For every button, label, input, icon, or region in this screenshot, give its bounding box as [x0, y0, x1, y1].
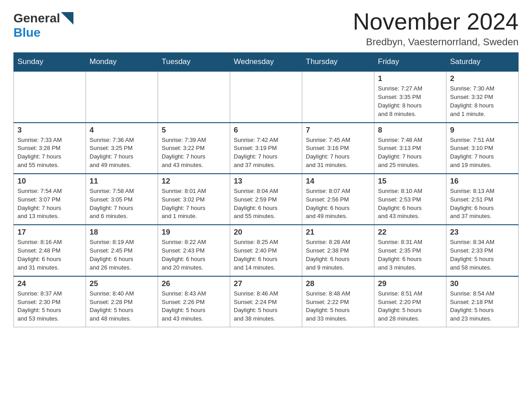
- day-info: Sunrise: 7:30 AM Sunset: 3:32 PM Dayligh…: [450, 85, 515, 118]
- day-number: 30: [450, 279, 515, 288]
- calendar-cell: 3Sunrise: 7:33 AM Sunset: 3:28 PM Daylig…: [14, 123, 86, 174]
- calendar-cell: 8Sunrise: 7:48 AM Sunset: 3:13 PM Daylig…: [374, 123, 446, 174]
- calendar-cell: 23Sunrise: 8:34 AM Sunset: 2:33 PM Dayli…: [446, 225, 519, 276]
- weekday-header-tuesday: Tuesday: [158, 53, 230, 72]
- day-number: 18: [90, 228, 154, 237]
- day-number: 19: [162, 228, 226, 237]
- week-row-5: 24Sunrise: 8:37 AM Sunset: 2:30 PM Dayli…: [14, 276, 519, 327]
- day-number: 14: [306, 177, 370, 186]
- day-number: 3: [17, 126, 82, 135]
- week-row-4: 17Sunrise: 8:16 AM Sunset: 2:48 PM Dayli…: [14, 225, 519, 276]
- calendar-cell: [230, 71, 302, 122]
- calendar-cell: 5Sunrise: 7:39 AM Sunset: 3:22 PM Daylig…: [158, 123, 230, 174]
- day-info: Sunrise: 8:43 AM Sunset: 2:26 PM Dayligh…: [162, 290, 226, 323]
- logo-arrow-icon: [61, 12, 73, 25]
- calendar-cell: 16Sunrise: 8:13 AM Sunset: 2:51 PM Dayli…: [446, 174, 519, 225]
- day-number: 13: [234, 177, 298, 186]
- calendar-cell: 7Sunrise: 7:45 AM Sunset: 3:16 PM Daylig…: [302, 123, 374, 174]
- calendar-cell: 25Sunrise: 8:40 AM Sunset: 2:28 PM Dayli…: [86, 276, 158, 327]
- weekday-header-friday: Friday: [374, 53, 446, 72]
- location-text: Bredbyn, Vaesternorrland, Sweden: [353, 36, 519, 48]
- day-info: Sunrise: 8:40 AM Sunset: 2:28 PM Dayligh…: [90, 290, 154, 323]
- calendar-cell: 19Sunrise: 8:22 AM Sunset: 2:43 PM Dayli…: [158, 225, 230, 276]
- calendar-cell: 11Sunrise: 7:58 AM Sunset: 3:05 PM Dayli…: [86, 174, 158, 225]
- calendar-cell: 12Sunrise: 8:01 AM Sunset: 3:02 PM Dayli…: [158, 174, 230, 225]
- day-info: Sunrise: 8:10 AM Sunset: 2:53 PM Dayligh…: [378, 187, 442, 221]
- calendar-cell: 29Sunrise: 8:51 AM Sunset: 2:20 PM Dayli…: [374, 276, 446, 327]
- day-info: Sunrise: 8:07 AM Sunset: 2:56 PM Dayligh…: [306, 187, 370, 221]
- day-number: 1: [378, 74, 442, 83]
- day-number: 17: [17, 228, 82, 237]
- day-number: 8: [378, 126, 442, 135]
- day-number: 15: [378, 177, 442, 186]
- day-number: 29: [378, 279, 442, 288]
- svg-marker-0: [61, 12, 73, 25]
- day-number: 26: [162, 279, 226, 288]
- day-info: Sunrise: 7:27 AM Sunset: 3:35 PM Dayligh…: [378, 85, 442, 118]
- calendar-cell: 2Sunrise: 7:30 AM Sunset: 3:32 PM Daylig…: [446, 71, 519, 122]
- calendar-cell: 21Sunrise: 8:28 AM Sunset: 2:38 PM Dayli…: [302, 225, 374, 276]
- day-number: 23: [450, 228, 515, 237]
- week-row-2: 3Sunrise: 7:33 AM Sunset: 3:28 PM Daylig…: [14, 123, 519, 174]
- calendar-cell: 9Sunrise: 7:51 AM Sunset: 3:10 PM Daylig…: [446, 123, 519, 174]
- day-info: Sunrise: 8:25 AM Sunset: 2:40 PM Dayligh…: [234, 238, 298, 272]
- calendar-cell: 27Sunrise: 8:46 AM Sunset: 2:24 PM Dayli…: [230, 276, 302, 327]
- calendar-cell: 14Sunrise: 8:07 AM Sunset: 2:56 PM Dayli…: [302, 174, 374, 225]
- calendar-cell: 28Sunrise: 8:48 AM Sunset: 2:22 PM Dayli…: [302, 276, 374, 327]
- day-number: 2: [450, 74, 515, 83]
- day-info: Sunrise: 8:37 AM Sunset: 2:30 PM Dayligh…: [17, 290, 82, 323]
- calendar-cell: 26Sunrise: 8:43 AM Sunset: 2:26 PM Dayli…: [158, 276, 230, 327]
- calendar-cell: [14, 71, 86, 122]
- calendar-cell: 10Sunrise: 7:54 AM Sunset: 3:07 PM Dayli…: [14, 174, 86, 225]
- calendar-cell: 22Sunrise: 8:31 AM Sunset: 2:35 PM Dayli…: [374, 225, 446, 276]
- day-number: 25: [90, 279, 154, 288]
- weekday-header-monday: Monday: [86, 53, 158, 72]
- calendar-cell: 1Sunrise: 7:27 AM Sunset: 3:35 PM Daylig…: [374, 71, 446, 122]
- calendar-cell: 18Sunrise: 8:19 AM Sunset: 2:45 PM Dayli…: [86, 225, 158, 276]
- day-info: Sunrise: 8:34 AM Sunset: 2:33 PM Dayligh…: [450, 238, 515, 272]
- day-info: Sunrise: 7:54 AM Sunset: 3:07 PM Dayligh…: [17, 187, 82, 221]
- day-number: 21: [306, 228, 370, 237]
- calendar-cell: 30Sunrise: 8:54 AM Sunset: 2:18 PM Dayli…: [446, 276, 519, 327]
- day-info: Sunrise: 8:54 AM Sunset: 2:18 PM Dayligh…: [450, 290, 515, 323]
- calendar-cell: 4Sunrise: 7:36 AM Sunset: 3:25 PM Daylig…: [86, 123, 158, 174]
- day-number: 9: [450, 126, 515, 135]
- logo-general-text: General: [13, 11, 60, 26]
- day-info: Sunrise: 8:31 AM Sunset: 2:35 PM Dayligh…: [378, 238, 442, 272]
- calendar-cell: [302, 71, 374, 122]
- day-info: Sunrise: 7:51 AM Sunset: 3:10 PM Dayligh…: [450, 136, 515, 170]
- day-number: 16: [450, 177, 515, 186]
- calendar-cell: 24Sunrise: 8:37 AM Sunset: 2:30 PM Dayli…: [14, 276, 86, 327]
- day-info: Sunrise: 7:42 AM Sunset: 3:19 PM Dayligh…: [234, 136, 298, 170]
- day-number: 24: [17, 279, 82, 288]
- calendar-cell: 15Sunrise: 8:10 AM Sunset: 2:53 PM Dayli…: [374, 174, 446, 225]
- day-number: 7: [306, 126, 370, 135]
- week-row-1: 1Sunrise: 7:27 AM Sunset: 3:35 PM Daylig…: [14, 71, 519, 122]
- day-number: 10: [17, 177, 82, 186]
- logo-blue-text: Blue: [13, 26, 41, 39]
- day-info: Sunrise: 8:01 AM Sunset: 3:02 PM Dayligh…: [162, 187, 226, 221]
- day-number: 5: [162, 126, 226, 135]
- calendar-table: SundayMondayTuesdayWednesdayThursdayFrid…: [13, 52, 519, 327]
- calendar-cell: 17Sunrise: 8:16 AM Sunset: 2:48 PM Dayli…: [14, 225, 86, 276]
- weekday-header-thursday: Thursday: [302, 53, 374, 72]
- day-info: Sunrise: 7:33 AM Sunset: 3:28 PM Dayligh…: [17, 136, 82, 170]
- day-info: Sunrise: 7:36 AM Sunset: 3:25 PM Dayligh…: [90, 136, 154, 170]
- day-info: Sunrise: 7:45 AM Sunset: 3:16 PM Dayligh…: [306, 136, 370, 170]
- day-info: Sunrise: 8:46 AM Sunset: 2:24 PM Dayligh…: [234, 290, 298, 323]
- logo: General Blue: [13, 9, 73, 40]
- day-number: 4: [90, 126, 154, 135]
- day-info: Sunrise: 8:51 AM Sunset: 2:20 PM Dayligh…: [378, 290, 442, 323]
- calendar-cell: 20Sunrise: 8:25 AM Sunset: 2:40 PM Dayli…: [230, 225, 302, 276]
- day-number: 6: [234, 126, 298, 135]
- day-number: 27: [234, 279, 298, 288]
- day-number: 28: [306, 279, 370, 288]
- weekday-header-saturday: Saturday: [446, 53, 519, 72]
- day-info: Sunrise: 8:13 AM Sunset: 2:51 PM Dayligh…: [450, 187, 515, 221]
- calendar-cell: 13Sunrise: 8:04 AM Sunset: 2:59 PM Dayli…: [230, 174, 302, 225]
- calendar-cell: [86, 71, 158, 122]
- day-number: 22: [378, 228, 442, 237]
- day-info: Sunrise: 8:48 AM Sunset: 2:22 PM Dayligh…: [306, 290, 370, 323]
- day-number: 20: [234, 228, 298, 237]
- calendar-cell: [158, 71, 230, 122]
